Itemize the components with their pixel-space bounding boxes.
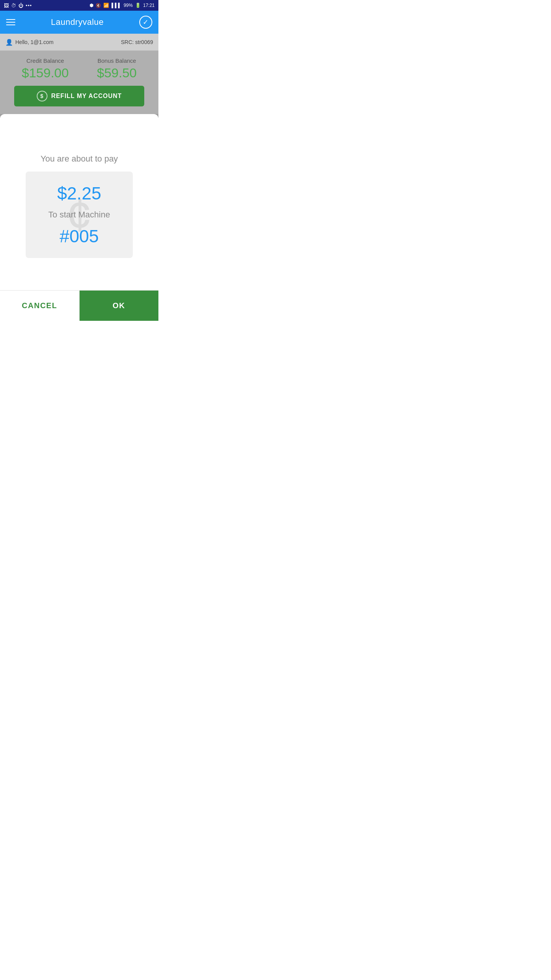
dialog-buttons: CANCEL OK (0, 290, 158, 321)
ok-button[interactable]: OK (80, 291, 159, 321)
time-display: 17:21 (143, 3, 155, 8)
signal-icon: ▌▌▌ (111, 3, 121, 8)
person-icon: 👤 (5, 39, 13, 46)
user-greeting: Hello, 1@1.com (15, 39, 54, 45)
about-to-pay-text: You are about to pay (41, 154, 118, 164)
bonus-balance: Bonus Balance $59.50 (97, 57, 137, 80)
cancel-button[interactable]: CANCEL (0, 291, 80, 321)
dots-icon: ••• (26, 3, 32, 8)
menu-button[interactable] (6, 19, 15, 25)
dollar-icon: $ (37, 91, 47, 101)
user-bar: 👤 Hello, 1@1.com SRC: str0069 (0, 34, 158, 51)
bonus-label: Bonus Balance (98, 57, 136, 64)
machine-number: #005 (60, 226, 99, 247)
bonus-amount: $59.50 (97, 65, 137, 80)
user-info: 👤 Hello, 1@1.com (5, 39, 54, 46)
bluetooth-icon: ⬢ (90, 3, 93, 8)
balance-row: Credit Balance $159.00 Bonus Balance $59… (8, 57, 151, 80)
credit-balance: Credit Balance $159.00 (22, 57, 69, 80)
wifi-icon: 📶 (103, 3, 109, 8)
balance-section: Credit Balance $159.00 Bonus Balance $59… (0, 51, 158, 114)
refill-button[interactable]: $ REFILL MY ACCOUNT (14, 86, 144, 106)
src-code: SRC: str0069 (121, 39, 153, 45)
mute-icon: 🔇 (96, 3, 101, 8)
power-icon: ⏻ (18, 3, 23, 8)
status-bar-right: ⬢ 🔇 📶 ▌▌▌ 99% 🔋 17:21 (90, 3, 155, 8)
status-bar: 🖼 ⏱ ⏻ ••• ⬢ 🔇 📶 ▌▌▌ 99% 🔋 17:21 (0, 0, 158, 11)
credit-amount: $159.00 (22, 65, 69, 80)
page: 🖼 ⏱ ⏻ ••• ⬢ 🔇 📶 ▌▌▌ 99% 🔋 17:21 Laundryv… (0, 0, 158, 321)
battery-percent: 99% (124, 3, 133, 8)
refill-label: REFILL MY ACCOUNT (51, 93, 122, 100)
dialog-content: You are about to pay ¢ $2.25 To start Ma… (0, 114, 158, 290)
status-bar-left: 🖼 ⏱ ⏻ ••• (4, 3, 32, 8)
payment-amount: $2.25 (57, 183, 101, 204)
app-title: Laundryvalue (51, 17, 104, 27)
to-start-text: To start Machine (48, 210, 110, 220)
battery-icon: 🔋 (135, 3, 141, 8)
main-background: 👤 Hello, 1@1.com SRC: str0069 Credit Bal… (0, 34, 158, 321)
credit-label: Credit Balance (26, 57, 64, 64)
dialog-card: You are about to pay ¢ $2.25 To start Ma… (0, 114, 158, 321)
verified-icon[interactable]: ✓ (139, 16, 152, 29)
clock-icon: ⏱ (11, 3, 16, 8)
app-bar: Laundryvalue ✓ (0, 11, 158, 34)
image-icon: 🖼 (4, 3, 9, 8)
payment-box: ¢ $2.25 To start Machine #005 (26, 172, 133, 258)
